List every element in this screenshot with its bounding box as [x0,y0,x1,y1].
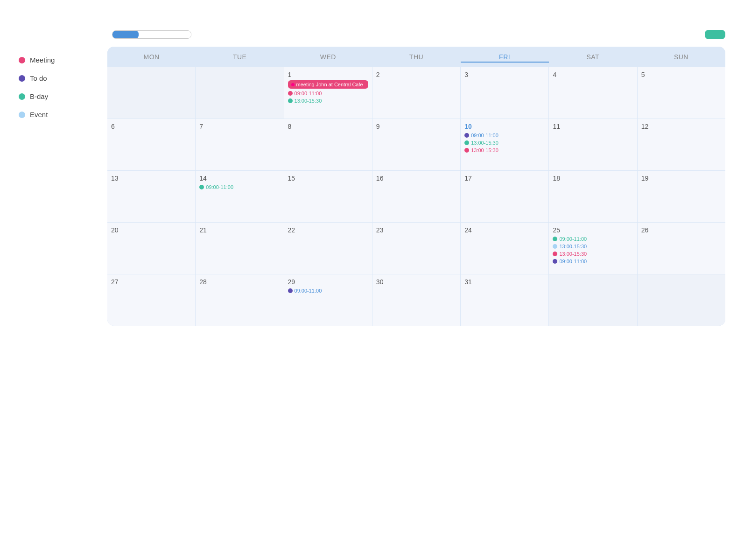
day-number: 13 [111,175,191,182]
view-toggle [112,30,191,39]
cal-cell[interactable]: 1meeting John at Central Cafe 09:00-11:0… [284,67,372,119]
cal-cell[interactable]: 21 [196,223,283,274]
day-number: 9 [376,123,456,130]
legend-item-meeting: Meeting [19,56,107,64]
cal-cell[interactable] [549,274,637,326]
day-number: 15 [288,175,368,182]
event-dot [553,259,557,264]
event-time: 13:00-15:30 [559,251,587,257]
legend-label-event: Event [30,111,48,119]
cal-cell[interactable]: 30 [372,274,460,326]
event-dot [199,185,204,189]
cal-cell[interactable]: 13 [107,171,195,222]
cal-cell[interactable]: 20 [107,223,195,274]
header-sun: SUN [637,53,725,63]
calendar-grid: 1meeting John at Central Cafe 09:00-11:0… [107,67,725,326]
legend-item-bday: B-day [19,92,107,100]
header-thu: THU [372,53,460,63]
event-pill[interactable]: 13:00-15:30 [288,98,368,104]
cal-cell[interactable]: 11 [549,119,637,170]
day-number: 20 [111,226,191,234]
cal-cell[interactable]: 15 [284,171,372,222]
event-pill[interactable]: 09:00-11:00 [553,236,633,242]
cal-cell[interactable]: 28 [196,274,283,326]
legend-label-meeting: Meeting [30,56,55,64]
event-pill[interactable]: 09:00-11:00 [288,90,368,97]
day-number: 19 [641,175,722,182]
event-banner[interactable]: meeting John at Central Cafe [288,80,368,89]
event-time: 13:00-15:30 [471,147,498,153]
event-pill[interactable]: 09:00-11:00 [553,258,633,265]
cal-cell[interactable]: 12 [638,119,725,170]
event-dot [553,244,557,249]
nav-up-arrow[interactable] [19,9,28,13]
event-time: 09:00-11:00 [295,288,322,294]
day-number: 25 [553,226,633,234]
cal-cell[interactable]: 4 [549,67,637,119]
event-pill[interactable]: 09:00-11:00 [464,132,545,139]
cal-cell[interactable]: 24 [461,223,548,274]
nav-down-arrow[interactable] [19,17,28,21]
cal-cell[interactable]: 26 [638,223,725,274]
cal-cell[interactable]: 14 09:00-11:00 [196,171,283,222]
cal-cell[interactable]: 8 [284,119,372,170]
event-time: 09:00-11:00 [471,133,498,138]
cal-cell[interactable]: 10 09:00-11:00 13:00-15:30 13:00-15:30 [461,119,548,170]
day-number: 28 [199,278,280,286]
cal-cell[interactable]: 3 [461,67,548,119]
day-number: 4 [553,71,633,78]
day-number: 16 [376,175,456,182]
event-time: 09:00-11:00 [206,184,233,190]
view-day-button[interactable] [165,31,191,38]
day-number: 31 [464,278,545,286]
event-pill[interactable]: 09:00-11:00 [199,184,280,190]
cal-cell[interactable]: 19 [638,171,725,222]
event-pill[interactable]: 13:00-15:30 [553,251,633,257]
cal-cell[interactable]: 23 [372,223,460,274]
day-number: 8 [288,123,368,130]
cal-cell[interactable]: 25 09:00-11:00 13:00-15:30 13:00-15:30 0… [549,223,637,274]
event-time: 13:00-15:30 [471,140,498,146]
legend-dot-bday [19,93,25,100]
cal-cell[interactable]: 27 [107,274,195,326]
day-number: 24 [464,226,545,234]
cal-cell[interactable]: 31 [461,274,548,326]
cal-cell[interactable]: 5 [638,67,725,119]
add-button[interactable] [705,30,725,39]
event-pill[interactable]: 13:00-15:30 [464,147,545,154]
cal-cell[interactable]: 22 [284,223,372,274]
day-number: 27 [111,278,191,286]
event-pill[interactable]: 13:00-15:30 [464,140,545,146]
cal-cell[interactable]: 17 [461,171,548,222]
header-tue: TUE [196,53,284,63]
cal-cell[interactable] [107,67,195,119]
cal-cell[interactable]: 16 [372,171,460,222]
event-dot [288,288,293,293]
cal-cell[interactable]: 18 [549,171,637,222]
event-time: 09:00-11:00 [559,236,587,242]
day-number: 6 [111,123,191,130]
view-month-button[interactable] [112,31,139,38]
calendar-header: MONTUEWEDTHUFRISATSUN [107,47,725,67]
day-number: 18 [553,175,633,182]
day-number: 14 [199,175,280,182]
legend-item-todo: To do [19,74,107,82]
day-number: 22 [288,226,368,234]
legend-item-event: Event [19,111,107,119]
day-number: 11 [553,123,633,130]
cal-cell[interactable] [638,274,725,326]
cal-cell[interactable]: 29 09:00-11:00 [284,274,372,326]
cal-cell[interactable]: 2 [372,67,460,119]
day-number: 17 [464,175,545,182]
sidebar-legend: Meeting To do B-day Event [19,47,107,326]
cal-cell[interactable] [196,67,283,119]
event-time: 13:00-15:30 [295,98,322,104]
event-pill[interactable]: 13:00-15:30 [553,243,633,250]
cal-cell[interactable]: 7 [196,119,283,170]
cal-cell[interactable]: 9 [372,119,460,170]
view-week-button[interactable] [139,31,165,38]
cal-cell[interactable]: 6 [107,119,195,170]
event-time: 09:00-11:00 [559,259,587,264]
event-time: 09:00-11:00 [295,91,322,96]
event-pill[interactable]: 09:00-11:00 [288,287,368,294]
